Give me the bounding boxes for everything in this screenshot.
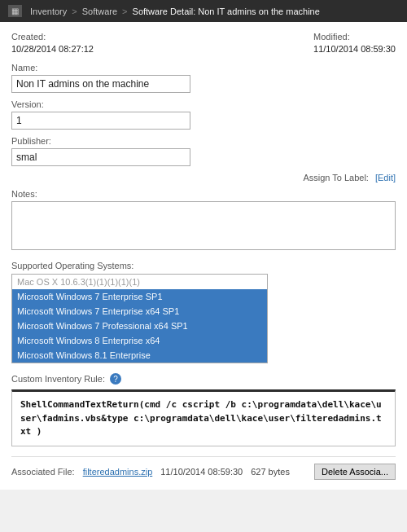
publisher-label: Publisher: [11,136,396,146]
created-value: 10/28/2014 08:27:12 [11,44,94,54]
os-list-item[interactable]: Microsoft Windows 8.1 Pro x64 [12,363,267,363]
delete-associate-button[interactable]: Delete Associa... [314,464,396,480]
os-list-item[interactable]: Microsoft Windows 7 Enterprise SP1 [12,289,267,304]
assign-label: Assign To Label: [303,173,369,182]
module-icon: ▦ [8,5,22,17]
version-label: Version: [11,99,396,109]
assoc-file-label: Associated File: [11,467,75,477]
top-navigation: ▦ Inventory > Software > Software Detail… [0,0,407,22]
version-input[interactable] [11,112,190,130]
nav-software[interactable]: Software [82,7,117,16]
notes-textarea[interactable] [11,201,396,250]
breadcrumb-current: Software Detail: Non IT admins on the ma… [133,7,320,16]
custom-rule-label: Custom Inventory Rule: [11,374,105,384]
meta-info-row: Created: 10/28/2014 08:27:12 Modified: 1… [11,32,396,55]
notes-label: Notes: [11,189,396,199]
publisher-input[interactable] [11,148,190,166]
assign-to-label-row: Assign To Label: [Edit] [11,173,396,182]
modified-col: Modified: 11/10/2014 08:59:30 [313,32,396,55]
created-label: Created: [11,32,94,42]
assoc-file-date: 11/10/2014 08:59:30 [160,467,243,477]
modified-label: Modified: [313,32,396,42]
os-section-label: Supported Operating Systems: [11,261,396,270]
os-list-item[interactable]: Microsoft Windows 7 Enterprise x64 SP1 [12,304,267,319]
assoc-file-link[interactable]: filteredadmins.zip [83,467,153,477]
associated-file-section: Associated File: filteredadmins.zip 11/1… [11,456,396,480]
main-content: Created: 10/28/2014 08:27:12 Modified: 1… [0,22,407,490]
os-listbox[interactable]: Mac OS X 10.6.3(1)(1)(1)(1)(1)Microsoft … [11,274,268,363]
edit-link[interactable]: [Edit] [375,173,396,182]
help-icon[interactable]: ? [110,373,121,385]
name-input[interactable] [11,75,190,93]
os-list-item[interactable]: Mac OS X 10.6.3(1)(1)(1)(1)(1) [12,275,267,289]
name-label: Name: [11,63,396,73]
assoc-file-size: 627 bytes [251,467,290,477]
os-list-item[interactable]: Microsoft Windows 8.1 Enterprise [12,348,267,363]
breadcrumb-sep2: > [122,7,127,16]
command-box: ShellCommandTextReturn(cmd /c cscript /b… [11,389,396,446]
modified-value: 11/10/2014 08:59:30 [313,44,396,54]
created-col: Created: 10/28/2014 08:27:12 [11,32,94,55]
os-list-item[interactable]: Microsoft Windows 7 Professional x64 SP1 [12,319,267,333]
nav-inventory[interactable]: Inventory [30,7,67,16]
os-list-item[interactable]: Microsoft Windows 8 Enterprise x64 [12,333,267,348]
custom-rule-row: Custom Inventory Rule: ? [11,373,396,385]
breadcrumb-sep1: > [72,7,77,16]
